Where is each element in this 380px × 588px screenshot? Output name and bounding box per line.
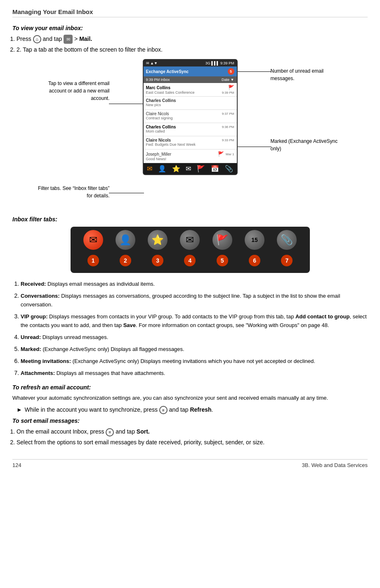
view-inbox-header: To view your email inbox: [12,25,368,31]
footer-section: 3B. Web and Data Services [302,462,368,468]
vip-icon: ⭐ [148,230,168,250]
meetings-icon: 15 [245,230,264,250]
callout-bottom-right: Marked (Exchange ActiveSync only) [271,138,347,152]
diagram-area: Tap to view a different email account or… [33,59,347,216]
callout-line-bottom-right [236,147,271,147]
filter-icon-marked[interactable]: 🚩 [208,230,237,251]
attachments-icon: 📎 [277,230,297,250]
step-1: Press ⌂ and tap ✉ > Mail. [17,35,368,44]
sort-steps: On the email account Inbox, press ≡ and … [17,427,368,447]
email-time: 9:36 PM [222,125,234,129]
email-time: Mar 1 [226,152,234,156]
refresh-bullet: ► While in the account you want to synch… [17,405,368,415]
filter-icon-conversations[interactable]: 👤 [111,230,140,251]
status-icons: ✉ ▲▼ [146,61,158,65]
email-list: Marc Collins 🚩 East Coast Sales Conferen… [144,83,237,163]
phone-screen: ✉ ▲▼ 3G ▌▌▌ 9:39 PM Exchange ActiveSync … [143,59,238,175]
def-desc-attachments: Displays all messages that have attachme… [57,370,165,376]
callout-line-top-left [109,104,146,104]
filter-icon-attachments[interactable]: 📎 [272,230,301,251]
email-account-name: Exchange ActiveSync [146,69,189,74]
def-unread: Unread: Displays unread messages. [21,333,368,341]
phone-sub-header: 9:39 PM Inbox Date ▼ [144,76,237,83]
num-3: 3 [152,255,163,266]
sort-header: To sort email messages: [12,417,368,424]
def-term-conversations: Conversations: [21,293,61,299]
def-desc-unread: Displays unread messages. [42,334,109,340]
def-attachments: Attachments: Displays all messages that … [21,369,368,377]
refresh-bullet-text: While in the account you want to synchro… [25,405,213,415]
refresh-header: To refresh an email account: [12,384,368,391]
def-term-meetings: Meeting invitations: [21,358,73,364]
email-subject: Contract signing [146,116,173,120]
bullet-arrow-icon: ► [17,405,22,414]
inbox-label: 9:39 PM Inbox [146,78,170,82]
footer-page-number: 124 [12,462,21,468]
email-subject: New pics [146,103,161,107]
tab-marked[interactable]: 🚩 [197,165,205,173]
def-desc-meetings: (Exchange ActiveSync only) Displays meet… [73,358,315,364]
phone-status-bar: ✉ ▲▼ 3G ▌▌▌ 9:39 PM [144,60,237,66]
email-subject: East Coast Sales Conference [146,90,195,95]
def-term-vip: VIP group: [21,313,49,320]
footer: 124 3B. Web and Data Services [12,459,368,468]
tab-vip[interactable]: ⭐ [172,165,180,173]
filter-icon-vip[interactable]: ⭐ [143,230,172,251]
num-7: 7 [281,255,293,266]
callout-bottom-left: Filter tabs. See “Inbox filter tabs” for… [33,185,110,199]
filter-icon-received[interactable]: ✉ [79,230,108,251]
tab-unread[interactable]: ✉ [186,165,191,173]
email-subject: Mom called [146,129,165,133]
email-item[interactable]: Charles Collins New pics [144,97,237,110]
filter-tabs-area: ✉ 👤 ⭐ ✉ 🚩 15 📎 1 2 3 4 5 6 7 [71,227,310,273]
def-term-attachments: Attachments: [21,370,57,376]
email-item[interactable]: Joseph_Miller 🚩 Mar 1 Good News! [144,149,237,163]
email-subject: Good News! [146,157,167,161]
email-sender: Charles Collins [146,98,176,103]
filter-icon-meetings[interactable]: 15 [240,230,269,251]
email-item[interactable]: Charles Collins 9:36 PM Mom called [144,123,237,136]
filter-icon-unread[interactable]: ✉ [175,230,204,251]
tab-attachments[interactable]: 📎 [225,165,233,173]
email-sender: Charles Collins [146,125,176,129]
flag-icon: 🚩 [218,151,224,157]
tab-received[interactable]: ✉ [147,165,152,173]
phone-filter-tabs[interactable]: ✉ 👤 ⭐ ✉ 🚩 📅 📎 [144,163,237,174]
unread-badge: 5 [228,68,234,75]
sort-label: Date ▼ [222,78,234,82]
email-sender: Claire Nicols [146,111,169,116]
conversations-icon: 👤 [116,230,135,250]
email-subject: Fwd: Budgets Due Next Week [146,142,196,147]
tab-meetings[interactable]: 📅 [211,165,219,173]
num-4: 4 [184,255,196,266]
email-item[interactable]: Marc Collins 🚩 East Coast Sales Conferen… [144,83,237,97]
callout-top-left: Tap to view a different email account or… [33,80,110,102]
def-term-unread: Unread: [21,334,42,340]
number-circles-row: 1 2 3 4 5 6 7 [77,255,303,266]
num-1: 1 [87,255,99,266]
view-inbox-steps: Press ⌂ and tap ✉ > Mail. 2. Tap a tab a… [17,35,368,54]
num-6: 6 [249,255,260,266]
sort-step-1: On the email account Inbox, press ≡ and … [17,427,368,436]
phone-mockup: ✉ ▲▼ 3G ▌▌▌ 9:39 PM Exchange ActiveSync … [143,59,238,175]
def-vip: VIP group: Displays messages from contac… [21,312,368,330]
filter-descriptions: Received: Displays email messages as ind… [21,280,368,377]
tab-conversations[interactable]: 👤 [158,165,166,173]
flag-icon: 🚩 [228,85,234,90]
def-term-received: Received: [21,281,47,287]
num-2: 2 [120,255,131,266]
callout-line-top-right [234,71,271,72]
callout-line-bottom-left [109,193,144,193]
email-item[interactable]: Claire Nicols 9:33 PM Fwd: Budgets Due N… [144,136,237,149]
sort-step-2: Select from the options to sort email me… [17,438,368,447]
def-desc-marked: (Exchange ActiveSync only) Displays all … [42,346,184,352]
email-sender: Claire Nicols [146,138,171,142]
email-time: 9:33 PM [222,138,234,142]
page-title: Managing Your Email Inbox [12,8,368,17]
def-received: Received: Displays email messages as ind… [21,280,368,288]
step-2: 2. Tap a tab at the bottom of the screen… [17,45,368,54]
filter-icons-row: ✉ 👤 ⭐ ✉ 🚩 15 📎 [77,230,303,251]
email-time: 9:37 PM [222,112,234,116]
received-icon: ✉ [83,230,103,250]
email-item[interactable]: Claire Nicols 9:37 PM Contract signing [144,110,237,123]
